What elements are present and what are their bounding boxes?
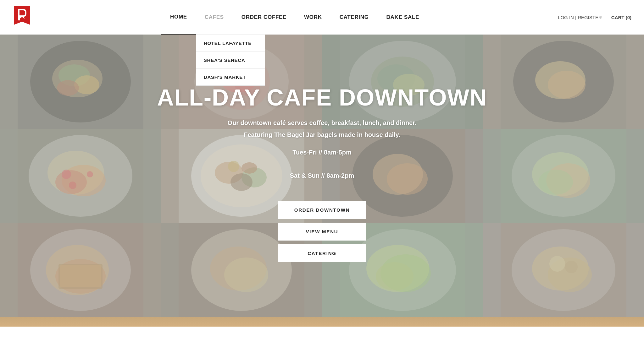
order-downtown-button[interactable]: ORDER DOWNTOWN (278, 201, 366, 219)
logo[interactable] (13, 6, 31, 29)
hero-hours-line2: Sat & Sun // 8am-2pm (290, 170, 354, 181)
header-right: LOG IN | REGISTER CART (0) (558, 15, 631, 20)
nav-item-catering[interactable]: CATERING (331, 0, 378, 35)
cafes-dropdown: HOTEL LAFAYETTE SHEA'S SENECA DASH'S MAR… (196, 35, 265, 86)
bottom-bar (0, 317, 644, 327)
nav-item-order-coffee[interactable]: ORDER COFFEE (233, 0, 295, 35)
hero-overlay: ALL-DAY CAFE DOWNTOWN Our downtown café … (0, 35, 644, 317)
view-menu-button[interactable]: VIEW MENU (278, 223, 366, 241)
header: HOME CAFES HOTEL LAFAYETTE SHEA'S SENECA… (0, 0, 644, 35)
hero-section: ALL-DAY CAFE DOWNTOWN Our downtown café … (0, 35, 644, 317)
hero-subtitle-line2: Featuring The Bagel Jar bagels made in h… (244, 130, 400, 139)
nav-item-home[interactable]: HOME (161, 0, 196, 35)
nav-item-work[interactable]: WORK (295, 0, 331, 35)
hero-hours-line1: Tues-Fri // 8am-5pm (292, 147, 351, 158)
hero-subtitle-line1: Our downtown café serves coffee, breakfa… (227, 118, 416, 127)
main-nav: HOME CAFES HOTEL LAFAYETTE SHEA'S SENECA… (31, 0, 558, 35)
auth-link[interactable]: LOG IN | REGISTER (558, 15, 602, 20)
dropdown-item-dashs-market[interactable]: DASH'S MARKET (196, 69, 265, 85)
nav-item-bake-sale[interactable]: BAKE SALE (378, 0, 428, 35)
catering-button[interactable]: CATERING (278, 244, 366, 262)
cart-link[interactable]: CART (0) (611, 15, 631, 20)
dropdown-item-sheas-seneca[interactable]: SHEA'S SENECA (196, 52, 265, 69)
logo-icon (13, 6, 31, 29)
nav-item-cafes[interactable]: CAFES (196, 0, 233, 35)
hero-title: ALL-DAY CAFE DOWNTOWN (157, 86, 487, 109)
dropdown-item-hotel-lafayette[interactable]: HOTEL LAFAYETTE (196, 35, 265, 52)
nav-cafes-container: CAFES HOTEL LAFAYETTE SHEA'S SENECA DASH… (196, 0, 233, 35)
